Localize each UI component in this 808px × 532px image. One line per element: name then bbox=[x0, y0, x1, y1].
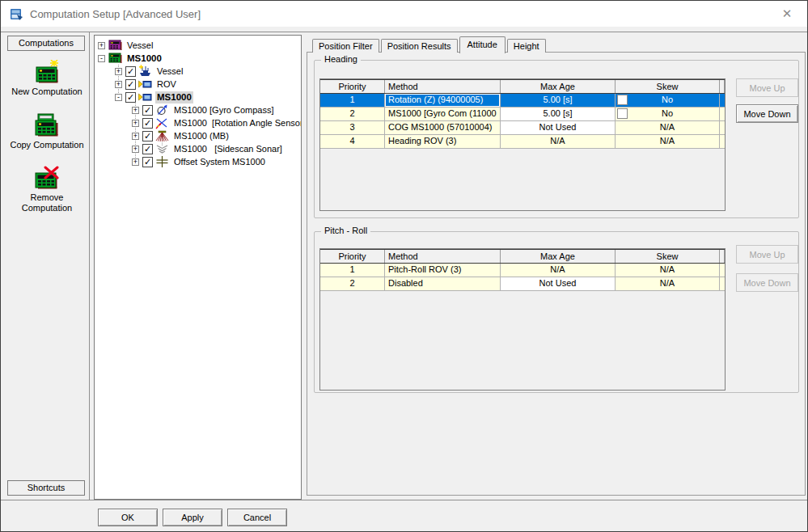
gyro-compass-icon bbox=[155, 103, 169, 116]
skew-cell: N/A bbox=[616, 135, 720, 148]
cancel-button[interactable]: Cancel bbox=[227, 509, 287, 526]
tree-item-label: Vessel bbox=[155, 65, 184, 78]
column-header-priority: Priority bbox=[320, 80, 385, 93]
heading-move-down-button[interactable]: Move Down bbox=[736, 104, 798, 123]
table-row[interactable]: 2 Disabled Not Used N/A bbox=[320, 277, 725, 291]
new-computation-button[interactable]: New Computation bbox=[5, 60, 89, 97]
tab-attitude[interactable]: Attitude bbox=[459, 36, 506, 53]
tree-item-label: MS1000 [Sidescan Sonar] bbox=[172, 143, 284, 155]
tree-item-offset-system[interactable]: + Offset System MS1000 bbox=[98, 155, 301, 168]
expand-icon[interactable]: + bbox=[132, 120, 139, 127]
tree-item-rotation-angle-sensor[interactable]: + MS1000 [Rotation Angle Sensor] bbox=[98, 116, 301, 129]
column-header-sliver bbox=[720, 80, 725, 93]
expand-icon[interactable]: + bbox=[115, 68, 122, 75]
max-age-cell[interactable]: Not Used bbox=[501, 121, 616, 134]
offset-system-icon bbox=[155, 155, 169, 168]
tree-checkbox[interactable] bbox=[125, 66, 136, 77]
pitch-roll-move-up-button[interactable]: Move Up bbox=[736, 245, 798, 264]
tree-checkbox[interactable] bbox=[142, 131, 153, 141]
app-icon bbox=[10, 7, 23, 21]
object-node-icon bbox=[138, 91, 152, 103]
collapse-icon[interactable]: - bbox=[115, 94, 122, 101]
apply-button[interactable]: Apply bbox=[163, 509, 222, 526]
expand-icon[interactable]: + bbox=[132, 107, 139, 114]
table-row[interactable]: 1 Rotation (Z) (94000005) 5.00 [s] No bbox=[320, 94, 725, 108]
skew-value: No bbox=[662, 108, 673, 118]
expand-icon[interactable]: + bbox=[132, 146, 139, 153]
tree-checkbox[interactable] bbox=[142, 105, 153, 116]
tab-position-results[interactable]: Position Results bbox=[381, 39, 458, 53]
max-age-cell: N/A bbox=[501, 264, 616, 277]
title-bar: Computation Setup [Advanced User] ✕ bbox=[1, 1, 807, 27]
skew-value: No bbox=[662, 95, 673, 104]
tree-item-ms1000-computation[interactable]: - MS1000 bbox=[98, 52, 301, 65]
table-row[interactable]: 1 Pitch-Roll ROV (3) N/A N/A bbox=[320, 264, 725, 277]
shortcuts-button[interactable]: Shortcuts bbox=[7, 480, 85, 496]
tree-item-gyro-compass[interactable]: + MS1000 [Gyro Compass] bbox=[98, 103, 301, 116]
skew-checkbox[interactable] bbox=[617, 95, 628, 105]
method-cell[interactable]: Rotation (Z) (94000005) bbox=[385, 94, 501, 107]
max-age-cell[interactable]: 5.00 [s] bbox=[501, 108, 616, 120]
tab-position-filter[interactable]: Position Filter bbox=[312, 39, 379, 53]
method-cell[interactable]: Disabled bbox=[385, 277, 501, 290]
tree-item-vessel-computation[interactable]: + Vessel bbox=[98, 39, 301, 52]
tree-item-vessel-node[interactable]: + Vessel bbox=[98, 65, 301, 78]
sliver-cell bbox=[720, 94, 725, 107]
max-age-cell: N/A bbox=[501, 135, 616, 148]
computation-setup-dialog: Computation Setup [Advanced User] ✕ Comp… bbox=[0, 0, 808, 532]
tree-checkbox[interactable] bbox=[142, 157, 153, 167]
tree-checkbox[interactable] bbox=[125, 79, 136, 90]
table-row[interactable]: 2 MS1000 [Gyro Com (11000 5.00 [s] No bbox=[320, 108, 725, 121]
collapse-icon[interactable]: - bbox=[98, 55, 105, 62]
expand-icon[interactable]: + bbox=[115, 81, 122, 88]
method-cell[interactable]: COG MS1000 (57010004) bbox=[385, 121, 501, 134]
method-cell[interactable]: MS1000 [Gyro Com (11000 bbox=[385, 108, 501, 120]
heading-table-header: Priority Method Max Age Skew bbox=[320, 79, 725, 94]
priority-cell: 1 bbox=[320, 264, 385, 277]
table-row[interactable]: 3 COG MS1000 (57010004) Not Used N/A bbox=[320, 121, 725, 135]
tree-checkbox[interactable] bbox=[142, 144, 153, 154]
max-age-cell[interactable]: Not Used bbox=[501, 277, 616, 290]
tree-item-sidescan-sonar[interactable]: + MS1000 [Sidescan Sonar] bbox=[98, 142, 301, 155]
tree-item-rov-node[interactable]: + ROV bbox=[98, 78, 301, 91]
computation-icon-purple bbox=[108, 39, 122, 52]
pitch-roll-table: Priority Method Max Age Skew 1 Pitch-Rol… bbox=[319, 248, 726, 391]
copy-computation-button[interactable]: Copy Computation bbox=[5, 113, 89, 150]
remove-computation-icon bbox=[33, 166, 61, 190]
computations-sidebar: Computations New Computation bbox=[5, 32, 89, 500]
tree-item-label: Vessel bbox=[125, 40, 154, 52]
max-age-cell[interactable]: 5.00 [s] bbox=[501, 94, 616, 107]
skew-checkbox[interactable] bbox=[617, 108, 628, 119]
tree-checkbox[interactable] bbox=[142, 118, 153, 129]
sliver-cell bbox=[720, 277, 725, 290]
remove-computation-label: Remove Computation bbox=[5, 192, 89, 213]
tree-checkbox[interactable] bbox=[125, 92, 136, 103]
tab-height[interactable]: Height bbox=[507, 39, 546, 53]
tree-item-label: Offset System MS1000 bbox=[172, 156, 267, 168]
column-header-skew: Skew bbox=[616, 250, 720, 263]
priority-cell: 1 bbox=[320, 94, 385, 107]
close-icon[interactable]: ✕ bbox=[780, 6, 794, 21]
expand-icon[interactable]: + bbox=[132, 133, 139, 140]
copy-computation-label: Copy Computation bbox=[10, 140, 83, 150]
pitch-roll-table-header: Priority Method Max Age Skew bbox=[320, 249, 725, 264]
computation-tree-panel: + Vessel - MS10 bbox=[94, 35, 302, 500]
ok-button[interactable]: OK bbox=[98, 509, 158, 526]
tree-item-label: MS1000 [Rotation Angle Sensor] bbox=[172, 117, 302, 129]
expand-icon[interactable]: + bbox=[98, 42, 105, 49]
remove-computation-button[interactable]: Remove Computation bbox=[5, 166, 89, 213]
heading-move-up-button[interactable]: Move Up bbox=[736, 78, 798, 97]
heading-table: Priority Method Max Age Skew 1 Rotation … bbox=[319, 78, 726, 211]
expand-icon[interactable]: + bbox=[132, 158, 139, 166]
sliver-cell bbox=[720, 135, 725, 148]
attitude-tab-page: Heading Priority Method Max Age Skew 1 R… bbox=[307, 52, 806, 496]
method-cell[interactable]: Pitch-Roll ROV (3) bbox=[385, 264, 501, 277]
tree-item-multibeam[interactable]: + MS1000 (MB) bbox=[98, 129, 301, 142]
method-cell[interactable]: Heading ROV (3) bbox=[385, 135, 501, 148]
pitch-roll-move-down-button[interactable]: Move Down bbox=[736, 273, 798, 292]
skew-cell: N/A bbox=[616, 121, 720, 134]
rotation-angle-sensor-icon bbox=[155, 116, 169, 129]
computations-header-button[interactable]: Computations bbox=[7, 36, 85, 51]
tree-item-ms1000-node-selected[interactable]: - MS1000 bbox=[98, 91, 301, 103]
table-row[interactable]: 4 Heading ROV (3) N/A N/A bbox=[320, 135, 725, 149]
